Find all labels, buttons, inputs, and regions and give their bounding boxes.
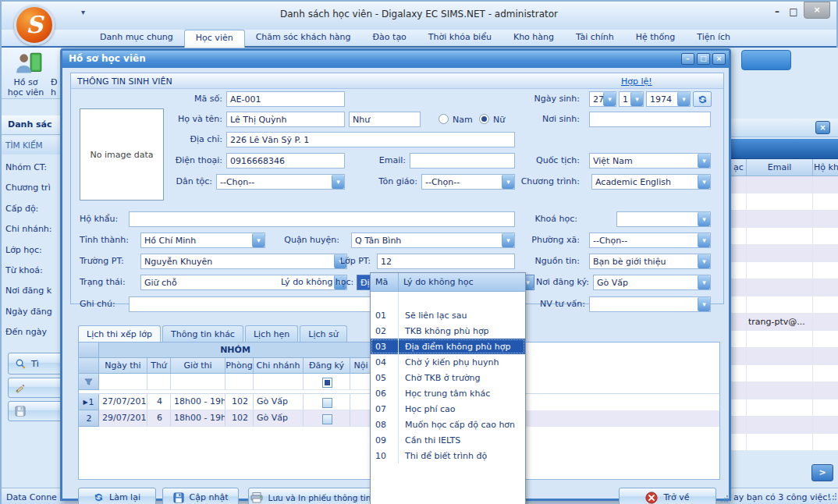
- dropdown-item[interactable]: 05 Chờ TKB ở trường: [371, 370, 525, 385]
- dialog-close-button[interactable]: ×: [712, 53, 726, 65]
- dropdown-arrow-icon[interactable]: ▾: [677, 92, 690, 106]
- row-header[interactable]: 2: [79, 410, 99, 427]
- menu-tab[interactable]: Học viên: [184, 30, 245, 48]
- column-header[interactable]: Chi nhánh: [254, 358, 304, 374]
- dropdown-arrow-icon[interactable]: ▾: [502, 233, 514, 247]
- app-logo-icon[interactable]: S: [14, 5, 55, 45]
- find-button[interactable]: Tì: [8, 353, 64, 374]
- ngay-thi-cell[interactable]: 27/07/2016: [99, 394, 147, 410]
- lop-pt-input[interactable]: 12: [377, 254, 515, 269]
- dropdown-item[interactable]: 06 Học trung tâm khác: [371, 385, 525, 401]
- column-header[interactable]: Giờ thi: [171, 358, 225, 374]
- gio-thi-cell[interactable]: 18h00 - 19h00: [171, 410, 225, 427]
- menu-tab[interactable]: Hệ thống: [625, 30, 687, 48]
- dropdown-arrow-icon[interactable]: ▾: [603, 92, 616, 106]
- background-grid-row[interactable]: [731, 211, 838, 228]
- thu-cell[interactable]: 4: [147, 394, 171, 410]
- dropdown-arrow-icon[interactable]: ▾: [698, 275, 710, 289]
- quan-huyen-combo[interactable]: Q Tân Bình ▾: [351, 232, 515, 248]
- tro-ve-button[interactable]: Trở về: [619, 488, 716, 504]
- phong-cell[interactable]: 102: [225, 410, 254, 427]
- background-grid-row[interactable]: [731, 262, 838, 279]
- nguon-tin-combo[interactable]: Bạn bè giới thiệu ▾: [589, 254, 711, 269]
- birth-year-combo[interactable]: 1974 ▾: [646, 91, 691, 107]
- tinh-thanh-combo[interactable]: Hồ Chí Minh ▾: [140, 232, 265, 248]
- ma-so-input[interactable]: AE-001: [226, 91, 345, 107]
- window-maximize-button[interactable]: □: [787, 6, 801, 17]
- luu-va-in-button[interactable]: Lưu và In phiếu thông tin: [248, 488, 373, 504]
- background-grid-row[interactable]: [731, 417, 838, 434]
- dropdown-arrow-icon[interactable]: ▾: [698, 154, 710, 168]
- refresh-date-button[interactable]: [693, 91, 712, 107]
- detail-tab[interactable]: Thông tin khác: [162, 325, 243, 342]
- filter-checkbox[interactable]: [322, 378, 332, 388]
- save-button[interactable]: [8, 401, 64, 421]
- background-grid-row[interactable]: [731, 245, 838, 262]
- ngay-thi-cell[interactable]: 29/07/2016: [99, 410, 147, 427]
- dialog-minimize-button[interactable]: –: [681, 53, 694, 65]
- dropdown-item[interactable]: 09 Cần thi IELTS: [371, 432, 525, 448]
- chi-nhanh-cell[interactable]: Gò Vấp: [254, 394, 304, 410]
- dialog-titlebar[interactable]: Hồ sơ học viên – □ ×: [62, 51, 729, 68]
- column-header[interactable]: Thứ: [147, 358, 171, 374]
- chi-nhanh-cell[interactable]: Gò Vấp: [254, 410, 304, 427]
- background-grid-row[interactable]: [731, 228, 838, 245]
- column-header[interactable]: ạc: [731, 159, 747, 176]
- menu-tab[interactable]: Tài chính: [565, 30, 625, 48]
- dropdown-item[interactable]: 03 Địa điểm không phù hợp: [371, 339, 525, 354]
- column-header[interactable]: Phòng: [225, 358, 254, 374]
- toolbar-item-label[interactable]: Hồ sơ: [3, 77, 48, 87]
- scroll-right-button[interactable]: >: [811, 464, 833, 481]
- background-grid-row[interactable]: [731, 434, 838, 451]
- dropdown-item[interactable]: 02 TKB không phù hợp: [371, 323, 525, 339]
- toolbar-item2-fragment[interactable]: Đ: [51, 77, 58, 87]
- ton-giao-combo[interactable]: --Chọn-- ▾: [421, 174, 515, 190]
- toolbar-item2-fragment[interactable]: h: [51, 87, 56, 98]
- khoa-hoc-combo[interactable]: ▾: [616, 211, 711, 227]
- student-photo-placeholder[interactable]: No image data: [80, 108, 164, 201]
- dang-ky-checkbox[interactable]: [322, 398, 332, 408]
- window-close-button[interactable]: ×: [804, 2, 830, 19]
- email-input[interactable]: [410, 153, 515, 169]
- dropdown-item[interactable]: [371, 292, 525, 307]
- detail-tab[interactable]: Lịch hẹn: [245, 325, 298, 342]
- birth-month-combo[interactable]: 1 ▾: [619, 91, 644, 107]
- dropdown-item[interactable]: 01 Sẽ liên lạc sau: [371, 307, 525, 323]
- detail-tab[interactable]: Lịch sử: [300, 325, 346, 342]
- dropdown-arrow-icon[interactable]: ▾: [698, 175, 710, 189]
- background-grid-row[interactable]: [731, 296, 838, 314]
- ho-ten-input[interactable]: Lê Thị Quỳnh: [226, 112, 345, 127]
- dropdown-arrow-icon[interactable]: ▾: [698, 212, 710, 226]
- menu-tab[interactable]: Chăm sóc khách hàng: [245, 30, 362, 48]
- tab-danh-sach[interactable]: Danh sác: [2, 115, 61, 130]
- thu-cell[interactable]: 6: [147, 410, 171, 427]
- dropdown-item[interactable]: 08 Muốn học cấp độ cao hơn: [371, 417, 525, 432]
- column-header[interactable]: Hộ kh: [813, 159, 838, 176]
- cap-nhat-button[interactable]: Cập nhật: [162, 488, 239, 504]
- column-header[interactable]: Nội: [350, 358, 372, 374]
- truong-pt-combo[interactable]: Nguyễn Khuyên ▾: [140, 254, 347, 269]
- dropdown-item[interactable]: 04 Chờ ý kiến phụ huynh: [371, 354, 525, 370]
- noi-sinh-input[interactable]: [589, 112, 711, 127]
- dien-thoai-input[interactable]: 0916668346: [226, 153, 345, 169]
- dialog-maximize-button[interactable]: □: [697, 53, 710, 65]
- background-grid-row[interactable]: [731, 193, 838, 211]
- lam-lai-button[interactable]: Làm lại: [78, 488, 156, 504]
- background-grid-row[interactable]: [731, 176, 838, 193]
- dropdown-arrow-icon[interactable]: ▾: [698, 233, 710, 247]
- window-minimize-button[interactable]: –: [770, 6, 784, 17]
- menu-tab[interactable]: Đào tạo: [362, 30, 417, 48]
- background-grid-row[interactable]: trang-ptv@...: [731, 314, 838, 331]
- background-grid-row[interactable]: [731, 365, 838, 382]
- dropdown-arrow-icon[interactable]: ▾: [630, 92, 643, 106]
- dang-ky-checkbox[interactable]: [322, 414, 332, 424]
- dan-toc-combo[interactable]: --Chọn-- ▾: [216, 174, 345, 190]
- edit-button[interactable]: [8, 378, 64, 398]
- dropdown-arrow-icon[interactable]: ▾: [698, 297, 710, 311]
- background-grid-row[interactable]: [731, 279, 838, 296]
- panel-close-button[interactable]: ×: [815, 121, 830, 134]
- ten-input[interactable]: Như: [349, 112, 421, 127]
- gio-thi-cell[interactable]: 18h00 - 19h00: [171, 394, 225, 410]
- background-grid-row[interactable]: [731, 348, 838, 365]
- resize-grip[interactable]: [829, 493, 836, 501]
